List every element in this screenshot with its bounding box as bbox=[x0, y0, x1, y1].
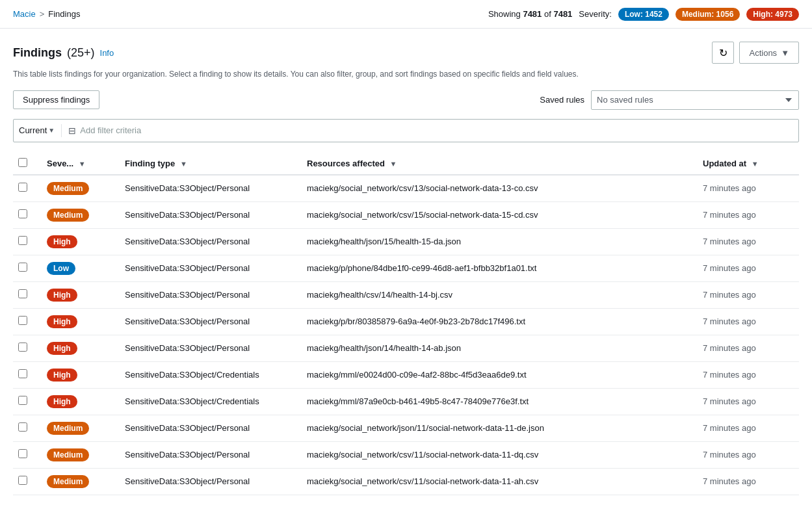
row-checkbox-cell[interactable] bbox=[13, 175, 39, 202]
row-resource-cell: maciekg/social_network/csv/11/social-net… bbox=[299, 468, 695, 495]
severity-badge: Medium bbox=[47, 422, 89, 435]
macie-breadcrumb-link[interactable]: Macie bbox=[13, 9, 36, 19]
row-severity-cell: Medium bbox=[39, 441, 117, 468]
row-severity-cell: Medium bbox=[39, 415, 117, 441]
severity-badge: High bbox=[47, 369, 77, 382]
updated-column-header[interactable]: Updated at ▼ bbox=[695, 153, 799, 175]
resource-value: maciekg/mml/e0024d00-c09e-4af2-88bc-4f5d… bbox=[307, 370, 527, 380]
row-resource-cell: maciekg/social_network/csv/11/social-net… bbox=[299, 441, 695, 468]
row-severity-cell: High bbox=[39, 228, 117, 255]
select-all-checkbox-col[interactable] bbox=[13, 153, 39, 175]
finding-type-sort-icon: ▼ bbox=[180, 160, 187, 168]
table-row[interactable]: Medium SensitiveData:S3Object/Personal m… bbox=[13, 175, 799, 202]
table-row[interactable]: Medium SensitiveData:S3Object/Personal m… bbox=[13, 415, 799, 441]
table-row[interactable]: High SensitiveData:S3Object/Personal mac… bbox=[13, 228, 799, 255]
row-checkbox-cell[interactable] bbox=[13, 388, 39, 415]
top-nav: Macie > Findings Showing 7481 of 7481 Se… bbox=[0, 0, 812, 29]
finding-type-value: SensitiveData:S3Object/Personal bbox=[125, 476, 250, 486]
page-header: Findings (25+) Info ↻ Actions ▼ bbox=[13, 42, 799, 64]
table-row[interactable]: High SensitiveData:S3Object/Personal mac… bbox=[13, 308, 799, 335]
row-resource-cell: maciekg/health/csv/14/health-14-bj.csv bbox=[299, 281, 695, 308]
updated-value: 7 minutes ago bbox=[703, 290, 756, 300]
row-checkbox-cell[interactable] bbox=[13, 308, 39, 335]
resource-value: maciekg/mml/87a9e0cb-b461-49b5-8c47-7840… bbox=[307, 396, 529, 406]
row-checkbox[interactable] bbox=[18, 476, 27, 485]
updated-sort-icon: ▼ bbox=[752, 160, 759, 168]
header-actions: ↻ Actions ▼ bbox=[712, 42, 799, 64]
refresh-button[interactable]: ↻ bbox=[712, 42, 734, 64]
table-row[interactable]: High SensitiveData:S3Object/Credentials … bbox=[13, 388, 799, 415]
row-checkbox-cell[interactable] bbox=[13, 255, 39, 281]
saved-rules-area: Saved rules No saved rules bbox=[540, 90, 799, 110]
row-checkbox[interactable] bbox=[18, 183, 27, 192]
count-current: 7481 bbox=[523, 9, 542, 19]
info-link[interactable]: Info bbox=[100, 48, 114, 58]
finding-type-value: SensitiveData:S3Object/Personal bbox=[125, 343, 250, 353]
row-checkbox-cell[interactable] bbox=[13, 228, 39, 255]
row-updated-cell: 7 minutes ago bbox=[695, 388, 799, 415]
medium-severity-badge[interactable]: Medium: 1056 bbox=[675, 8, 740, 21]
row-checkbox-cell[interactable] bbox=[13, 361, 39, 388]
row-checkbox[interactable] bbox=[18, 236, 27, 245]
finding-type-value: SensitiveData:S3Object/Personal bbox=[125, 183, 250, 193]
row-resource-cell: maciekg/mml/e0024d00-c09e-4af2-88bc-4f5d… bbox=[299, 361, 695, 388]
row-resource-cell: maciekg/social_network/json/11/social-ne… bbox=[299, 415, 695, 441]
row-finding-type-cell: SensitiveData:S3Object/Personal bbox=[117, 255, 299, 281]
table-row[interactable]: Medium SensitiveData:S3Object/Personal m… bbox=[13, 441, 799, 468]
low-severity-badge[interactable]: Low: 1452 bbox=[618, 8, 669, 21]
table-row[interactable]: Medium SensitiveData:S3Object/Personal m… bbox=[13, 468, 799, 495]
row-checkbox-cell[interactable] bbox=[13, 468, 39, 495]
row-finding-type-cell: SensitiveData:S3Object/Personal bbox=[117, 281, 299, 308]
row-checkbox[interactable] bbox=[18, 422, 27, 432]
row-resource-cell: maciekg/p/phone/84dbe1f0-ce99-46d8-aef1-… bbox=[299, 255, 695, 281]
finding-type-col-label: Finding type bbox=[125, 159, 175, 168]
row-checkbox[interactable] bbox=[18, 369, 27, 378]
finding-type-column-header[interactable]: Finding type ▼ bbox=[117, 153, 299, 175]
resource-value: maciekg/health/json/15/health-15-da.json bbox=[307, 237, 461, 246]
row-finding-type-cell: SensitiveData:S3Object/Personal bbox=[117, 201, 299, 228]
table-header-row: Seve... ▼ Finding type ▼ Resources affec… bbox=[13, 153, 799, 175]
row-updated-cell: 7 minutes ago bbox=[695, 175, 799, 202]
table-row[interactable]: Low SensitiveData:S3Object/Personal maci… bbox=[13, 255, 799, 281]
severity-column-header[interactable]: Seve... ▼ bbox=[39, 153, 117, 175]
resources-sort-icon: ▼ bbox=[390, 160, 397, 168]
row-checkbox-cell[interactable] bbox=[13, 415, 39, 441]
saved-rules-select[interactable]: No saved rules bbox=[591, 90, 799, 110]
severity-summary: Showing 7481 of 7481 Severity: Low: 1452… bbox=[488, 8, 799, 21]
row-checkbox[interactable] bbox=[18, 396, 27, 405]
row-checkbox[interactable] bbox=[18, 263, 27, 272]
resource-value: maciekg/social_network/csv/15/social-net… bbox=[307, 210, 538, 220]
select-all-checkbox[interactable] bbox=[18, 158, 27, 167]
actions-button[interactable]: Actions ▼ bbox=[739, 42, 799, 64]
row-checkbox-cell[interactable] bbox=[13, 281, 39, 308]
resource-value: maciekg/social_network/csv/13/social-net… bbox=[307, 183, 538, 193]
row-checkbox[interactable] bbox=[18, 343, 27, 352]
resources-column-header[interactable]: Resources affected ▼ bbox=[299, 153, 695, 175]
high-severity-badge[interactable]: High: 4973 bbox=[746, 8, 799, 21]
row-updated-cell: 7 minutes ago bbox=[695, 468, 799, 495]
table-row[interactable]: Medium SensitiveData:S3Object/Personal m… bbox=[13, 201, 799, 228]
toolbar-row: Suppress findings Saved rules No saved r… bbox=[13, 90, 799, 110]
row-checkbox[interactable] bbox=[18, 316, 27, 325]
table-row[interactable]: High SensitiveData:S3Object/Personal mac… bbox=[13, 281, 799, 308]
severity-badge: High bbox=[47, 395, 77, 408]
suppress-findings-button[interactable]: Suppress findings bbox=[13, 90, 99, 109]
finding-type-value: SensitiveData:S3Object/Credentials bbox=[125, 396, 259, 406]
filter-placeholder: Add filter criteria bbox=[80, 125, 141, 135]
row-checkbox-cell[interactable] bbox=[13, 335, 39, 361]
table-row[interactable]: High SensitiveData:S3Object/Personal mac… bbox=[13, 335, 799, 361]
row-checkbox[interactable] bbox=[18, 289, 27, 298]
row-checkbox[interactable] bbox=[18, 209, 27, 218]
filter-current-dropdown[interactable]: Current ▼ bbox=[19, 125, 55, 135]
row-resource-cell: maciekg/health/json/14/health-14-ab.json bbox=[299, 335, 695, 361]
row-finding-type-cell: SensitiveData:S3Object/Credentials bbox=[117, 361, 299, 388]
row-updated-cell: 7 minutes ago bbox=[695, 335, 799, 361]
row-checkbox-cell[interactable] bbox=[13, 201, 39, 228]
table-row[interactable]: High SensitiveData:S3Object/Credentials … bbox=[13, 361, 799, 388]
updated-value: 7 minutes ago bbox=[703, 370, 756, 380]
filter-bar[interactable]: Current ▼ ⊟ Add filter criteria bbox=[13, 119, 799, 142]
row-checkbox-cell[interactable] bbox=[13, 441, 39, 468]
row-checkbox[interactable] bbox=[18, 449, 27, 458]
row-updated-cell: 7 minutes ago bbox=[695, 415, 799, 441]
findings-breadcrumb: Findings bbox=[48, 9, 80, 19]
